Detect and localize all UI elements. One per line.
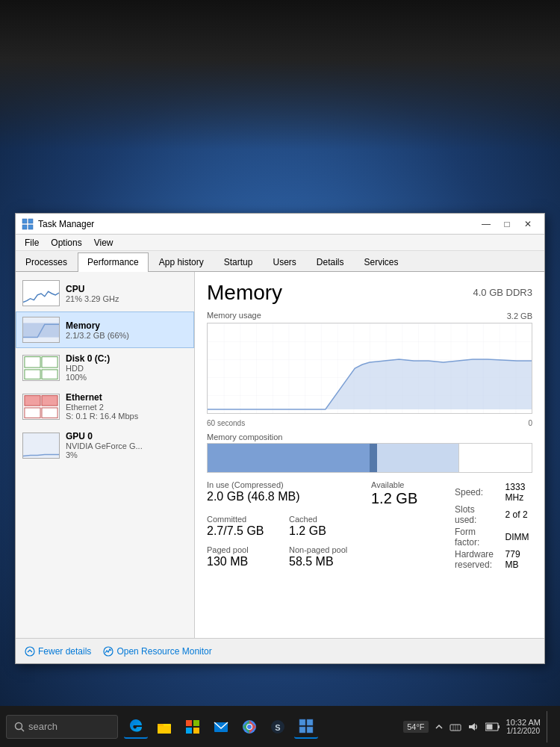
show-desktop-button[interactable] <box>547 711 551 743</box>
tab-startup[interactable]: Startup <box>214 252 263 271</box>
network-icon <box>449 721 461 733</box>
svg-line-24 <box>22 728 25 731</box>
sidebar-item-gpu[interactable]: GPU 0 NVIDIA GeForce G... 3% <box>16 426 194 465</box>
tray-chevron-icon[interactable] <box>435 722 444 731</box>
svg-rect-41 <box>307 727 313 733</box>
menu-view[interactable]: View <box>88 236 119 249</box>
disk-name: Disk 0 (C:) <box>66 353 110 364</box>
tab-processes[interactable]: Processes <box>16 252 77 271</box>
ethernet-info: Ethernet Ethernet 2 S: 0.1 R: 16.4 Mbps <box>66 392 138 421</box>
stat-nonpaged: Non-paged pool 58.5 MB <box>289 545 368 568</box>
panel-header: Memory 4.0 GB DDR3 <box>207 281 532 305</box>
taskbar-mail-icon[interactable] <box>209 715 233 739</box>
taskbar-explorer-icon[interactable] <box>152 715 176 739</box>
ethernet-mini-graph <box>22 394 60 420</box>
window-title: Task Manager <box>38 219 476 229</box>
close-button[interactable]: ✕ <box>517 216 538 232</box>
sidebar-item-ethernet[interactable]: Ethernet Ethernet 2 S: 0.1 R: 16.4 Mbps <box>16 387 194 426</box>
svg-rect-30 <box>186 728 192 734</box>
form-value: DIMM <box>505 527 531 548</box>
memory-usage-graph-container <box>207 323 532 414</box>
maximize-button[interactable]: □ <box>497 216 517 232</box>
taskmanager-title-icon <box>22 218 34 230</box>
sidebar: CPU 21% 3.29 GHz Memory 2.1/3.2 GB (66%) <box>16 272 195 638</box>
stat-inuse: In use (Compressed) 2.0 GB (46.8 MB) <box>207 480 368 503</box>
cpu-info: CPU 21% 3.29 GHz <box>66 284 119 303</box>
taskbar-store-icon[interactable] <box>181 715 205 739</box>
svg-rect-31 <box>193 728 199 734</box>
svg-rect-28 <box>186 720 192 726</box>
slots-value: 2 of 2 <box>505 504 531 525</box>
stat-cached-label: Cached <box>289 515 368 524</box>
svg-point-35 <box>247 725 252 729</box>
stat-available-value: 1.2 GB <box>371 490 450 507</box>
taskbar-clock: 10:32 AM 1/12/2020 <box>506 718 541 735</box>
comp-inuse <box>208 444 370 472</box>
composition-label: Memory composition <box>207 433 532 441</box>
stat-available: Available 1.2 GB <box>371 480 450 507</box>
panel-spec: 4.0 GB DDR3 <box>473 281 532 298</box>
svg-point-23 <box>16 722 22 729</box>
taskbar-search[interactable]: search <box>6 715 118 739</box>
taskbar: search <box>0 706 560 747</box>
menu-options[interactable]: Options <box>45 236 87 249</box>
taskbar-taskmanager-icon[interactable] <box>294 715 318 739</box>
graph-usage-max: 3.2 GB <box>507 311 532 320</box>
sidebar-item-memory[interactable]: Memory 2.1/3.2 GB (66%) <box>16 311 194 348</box>
memory-info: Memory 2.1/3.2 GB (66%) <box>66 320 129 340</box>
disk-mini-graph <box>22 355 60 381</box>
svg-rect-1 <box>28 219 33 223</box>
taskbar-icons: S <box>124 715 403 739</box>
ethernet-sub1: Ethernet 2 <box>66 403 138 412</box>
comp-free <box>458 444 532 472</box>
graph-usage-label: Memory usage <box>207 311 261 320</box>
search-icon <box>14 722 25 732</box>
stat-committed: Committed 2.7/7.5 GB <box>207 515 286 538</box>
window-controls: — □ ✕ <box>476 216 538 232</box>
panel-title: Memory <box>207 281 282 305</box>
tabbar: Processes Performance App history Startu… <box>16 251 544 272</box>
sidebar-item-disk[interactable]: Disk 0 (C:) HDD 100% <box>16 348 194 387</box>
fewer-details-button[interactable]: Fewer details <box>25 646 91 657</box>
tab-details[interactable]: Details <box>307 252 354 271</box>
gpu-name: GPU 0 <box>66 431 143 441</box>
gpu-mini-graph <box>22 433 60 459</box>
sidebar-item-cpu[interactable]: CPU 21% 3.29 GHz <box>16 275 194 311</box>
tab-performance[interactable]: Performance <box>78 252 149 272</box>
open-resource-monitor-button[interactable]: Open Resource Monitor <box>103 646 211 657</box>
temp-display: 54°F <box>403 721 428 733</box>
stat-inuse-value: 2.0 GB (46.8 MB) <box>207 490 368 503</box>
svg-rect-38 <box>299 719 305 725</box>
svg-rect-29 <box>193 720 199 726</box>
stat-paged-label: Paged pool <box>207 545 286 554</box>
menu-file[interactable]: File <box>19 236 45 249</box>
memory-composition-bar <box>207 443 532 473</box>
graph-time-left: 60 seconds <box>207 419 245 427</box>
search-label: search <box>28 721 57 732</box>
taskbar-edge-icon[interactable] <box>124 715 148 739</box>
clock-time: 10:32 AM <box>506 718 541 727</box>
comp-standby <box>377 444 458 472</box>
comp-modified <box>370 444 378 472</box>
stat-paged-value: 130 MB <box>207 555 286 568</box>
fewer-details-icon <box>25 646 35 657</box>
taskbar-steam-icon[interactable]: S <box>266 715 290 739</box>
gpu-sub1: NVIDIA GeForce G... <box>66 441 143 450</box>
tab-users[interactable]: Users <box>263 252 305 271</box>
svg-rect-14 <box>42 395 57 405</box>
svg-text:S: S <box>275 723 280 732</box>
tab-services[interactable]: Services <box>355 252 408 271</box>
stat-cached: Cached 1.2 GB <box>289 515 368 538</box>
stat-available-label: Available <box>371 480 450 489</box>
minimize-button[interactable]: — <box>476 216 497 232</box>
tab-apphistory[interactable]: App history <box>149 252 214 271</box>
svg-point-21 <box>25 647 34 656</box>
disk-sub2: 100% <box>66 373 110 382</box>
speed-label: Speed: <box>455 482 504 503</box>
stat-committed-value: 2.7/7.5 GB <box>207 524 286 538</box>
speaker-icon[interactable] <box>467 721 479 733</box>
disk-sub1: HDD <box>66 364 110 373</box>
memory-panel: Memory 4.0 GB DDR3 Memory usage 3.2 GB <box>195 272 544 638</box>
taskbar-chrome-icon[interactable] <box>237 715 261 739</box>
menubar: File Options View <box>16 235 544 251</box>
